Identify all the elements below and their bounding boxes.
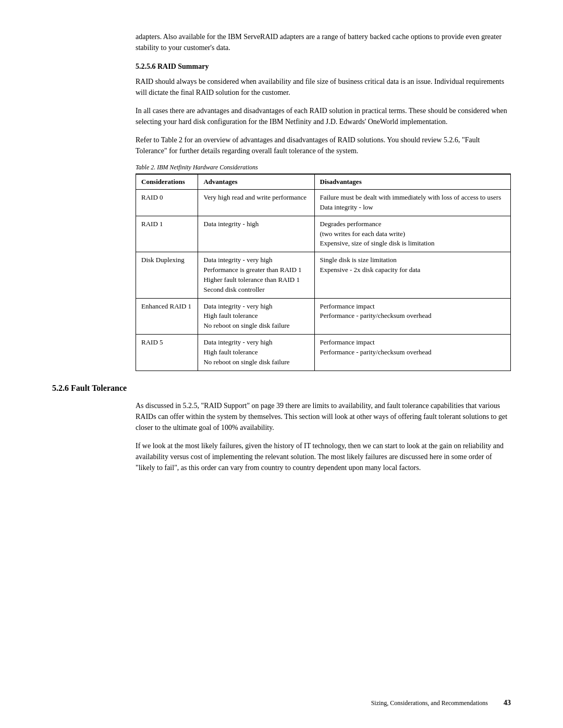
cell-advantages-4: Data integrity - very highHigh fault tol… [198,335,314,371]
table-row: RAID 5Data integrity - very highHigh fau… [136,335,511,371]
cell-disadvantages-2: Single disk is size limitationExpensive … [314,252,510,298]
table-row: RAID 0Very high read and write performan… [136,190,511,216]
page: adapters. Also available for the IBM Ser… [0,0,563,728]
section-525-para3: Refer to Table 2 for an overview of adva… [136,134,511,156]
cell-advantages-2: Data integrity - very highPerformance is… [198,252,314,298]
section-526-para1: As discussed in 5.2.5, "RAID Support" on… [136,400,511,433]
table-caption: Table 2. IBM Netfinity Hardware Consider… [136,164,511,171]
cell-disadvantages-3: Performance impactPerformance - parity/c… [314,298,510,335]
section-525-heading: 5.2.5.6 RAID Summary [136,63,511,71]
section-525-para1: RAID should always be considered when av… [136,76,511,98]
table-row: Disk DuplexingData integrity - very high… [136,252,511,298]
section-526: 5.2.6 Fault Tolerance [52,384,511,393]
cell-consideration-1: RAID 1 [136,216,198,252]
cell-advantages-1: Data integrity - high [198,216,314,252]
cell-consideration-0: RAID 0 [136,190,198,216]
raid-table: Considerations Advantages Disadvantages … [136,174,511,371]
col-header-advantages: Advantages [198,174,314,190]
cell-consideration-4: RAID 5 [136,335,198,371]
section-525-para2: In all cases there are advantages and di… [136,105,511,127]
page-footer: Sizing, Considerations, and Recommendati… [371,699,511,707]
section-526-heading: 5.2.6 Fault Tolerance [52,384,511,393]
cell-consideration-3: Enhanced RAID 1 [136,298,198,335]
table-header-row: Considerations Advantages Disadvantages [136,174,511,190]
intro-para: adapters. Also available for the IBM Ser… [136,31,511,53]
cell-advantages-3: Data integrity - very highHigh fault tol… [198,298,314,335]
cell-disadvantages-0: Failure must be dealt with immediately w… [314,190,510,216]
table-row: RAID 1Data integrity - highDegrades perf… [136,216,511,252]
table-row: Enhanced RAID 1Data integrity - very hig… [136,298,511,335]
intro-section: adapters. Also available for the IBM Ser… [136,31,511,371]
footer-text: Sizing, Considerations, and Recommendati… [371,699,488,707]
col-header-considerations: Considerations [136,174,198,190]
section-526-para2: If we look at the most likely failures, … [136,440,511,473]
cell-disadvantages-4: Performance impactPerformance - parity/c… [314,335,510,371]
cell-disadvantages-1: Degrades performance(two writes for each… [314,216,510,252]
col-header-disadvantages: Disadvantages [314,174,510,190]
cell-consideration-2: Disk Duplexing [136,252,198,298]
section-526-content: As discussed in 5.2.5, "RAID Support" on… [136,400,511,473]
footer-page-number: 43 [504,699,511,707]
cell-advantages-0: Very high read and write performance [198,190,314,216]
